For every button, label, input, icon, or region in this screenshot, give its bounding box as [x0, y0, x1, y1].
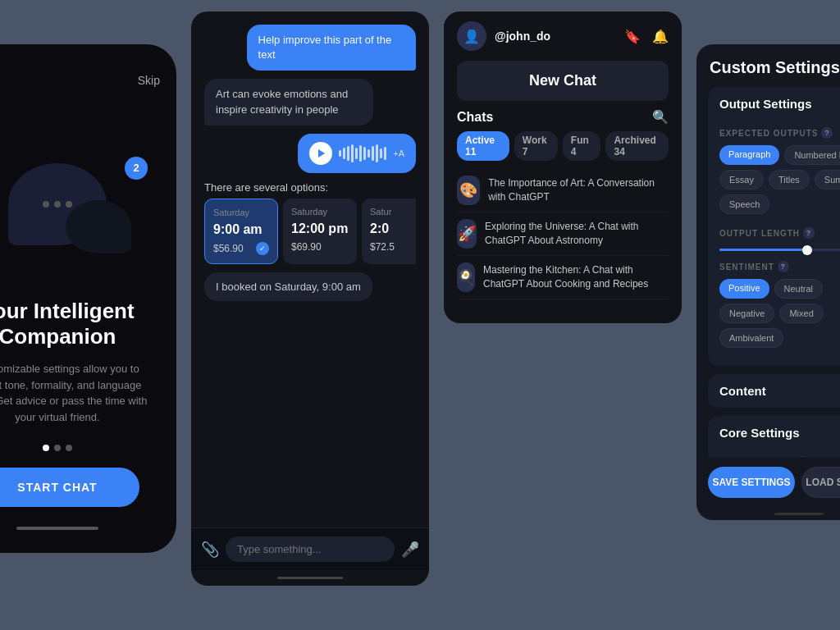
wave-bar	[347, 146, 349, 161]
messages-list: Help improve this part of the text Art c…	[191, 11, 429, 527]
chat-list-item[interactable]: 🚀 Exploring the Universe: A Chat with Ch…	[457, 212, 669, 256]
help-icon-length[interactable]: ?	[803, 227, 815, 239]
dot-indicator-2	[54, 445, 61, 451]
bell-icon[interactable]: 🔔	[652, 29, 669, 44]
chat-avatar-3: 🍳	[457, 262, 475, 292]
load-settings-button[interactable]: LOAD SETTINGS	[801, 467, 840, 498]
custom-settings-screen: Custom Settings × Output Settings ∨ EXPE…	[696, 44, 840, 520]
right-panel: 👤 @john_do 🔖 🔔 New Chat Chats 🔍 Active 1…	[444, 11, 682, 323]
chats-title: Chats	[457, 110, 493, 125]
chats-section: Chats 🔍 Active 11 Work 7 Fun 4 Archived …	[444, 109, 682, 299]
tab-archived[interactable]: Archived 34	[605, 131, 669, 161]
wave-bar	[359, 145, 362, 162]
message-received-1: Art can evoke emotions and inspire creat…	[204, 79, 373, 125]
core-settings-section: Core Settings ∨ TRAINING DATA ? Public S…	[708, 416, 840, 457]
booking-confirmation: I booked on Saturday, 9:00 am	[204, 272, 372, 301]
sentiment-label: SENTIMENT ?	[719, 261, 840, 272]
output-length-row: OUTPUT LENGTH ? 800 char	[719, 221, 840, 245]
chat-input-area: 📎 🎤	[191, 527, 429, 570]
slot-price-2: $69.90	[291, 241, 349, 253]
waveform	[339, 144, 386, 163]
wave-bar	[343, 148, 345, 159]
chats-list-screen: 👤 @john_do 🔖 🔔 New Chat Chats 🔍 Active 1…	[444, 11, 682, 323]
chip-speech[interactable]: Speech	[719, 194, 769, 214]
search-icon[interactable]: 🔍	[652, 109, 669, 125]
output-settings-label: Output Settings	[719, 97, 812, 111]
chip-titles[interactable]: Titles	[769, 170, 810, 189]
slot-price-1: $56.90 ✓	[213, 242, 269, 255]
slot-price-3: $72.5	[370, 241, 416, 253]
settings-title: Custom Settings	[710, 58, 840, 77]
chip-numbered-list[interactable]: Numbered List	[784, 145, 840, 165]
chip-neutral[interactable]: Neutral	[774, 279, 823, 299]
expected-outputs-label: EXPECTED OUTPUTS ?	[719, 127, 840, 139]
output-settings-header[interactable]: Output Settings ∨	[708, 87, 840, 121]
wave-bar	[351, 144, 354, 162]
chat-input[interactable]	[226, 536, 395, 562]
home-bar-4	[774, 513, 824, 515]
slider-thumb[interactable]	[802, 245, 812, 255]
content-section-header[interactable]: Content ∧	[708, 374, 840, 408]
chip-summary[interactable]: Summary	[815, 170, 840, 189]
onboarding-subtitle: Customizable settings allow you to adjus…	[0, 361, 160, 425]
slot-time-3: 2:0	[370, 221, 416, 236]
save-settings-button[interactable]: SAVE SETTINGS	[708, 467, 795, 498]
dot3	[66, 201, 72, 208]
chat-bubbles-illustration: 2	[8, 110, 107, 299]
time-slots[interactable]: Saturday 9:00 am $56.90 ✓ Saturday 12:00…	[204, 199, 416, 264]
time-slot-2[interactable]: Saturday 12:00 pm $69.90	[283, 199, 357, 264]
tab-work[interactable]: Work 7	[514, 131, 558, 161]
chat-list-item[interactable]: 🍳 Mastering the Kitchen: A Chat with Cha…	[457, 256, 669, 299]
new-chat-area[interactable]: New Chat	[457, 61, 669, 101]
slot-time-1: 9:00 am	[213, 222, 269, 237]
dot-indicator-3	[66, 445, 72, 451]
onboarding-title: Your Intelligent Companion	[0, 299, 160, 349]
tab-active[interactable]: Active 11	[457, 131, 509, 161]
time-slot-3[interactable]: Satur 2:0 $72.5	[362, 199, 416, 264]
wave-bar	[376, 144, 378, 162]
dot1	[43, 201, 49, 208]
output-length-slider[interactable]	[719, 249, 840, 251]
help-icon[interactable]: ?	[821, 127, 833, 139]
chats-header: 👤 @john_do 🔖 🔔	[444, 11, 682, 61]
chip-essay[interactable]: Essay	[719, 170, 764, 189]
core-settings-header[interactable]: Core Settings ∨	[708, 416, 840, 450]
time-slot-1[interactable]: Saturday 9:00 am $56.90 ✓	[204, 199, 278, 264]
audio-message[interactable]: +A	[298, 134, 416, 173]
new-chat-label: New Chat	[529, 72, 596, 89]
core-settings-label: Core Settings	[719, 426, 800, 440]
chip-mixed[interactable]: Mixed	[779, 304, 823, 323]
plus-a-label: +A	[393, 148, 404, 158]
help-icon-sentiment[interactable]: ?	[778, 261, 789, 272]
chip-positive[interactable]: Positive	[719, 279, 769, 299]
user-avatar[interactable]: 👤	[457, 21, 486, 51]
wave-bar	[384, 147, 386, 160]
page-dots	[43, 445, 72, 451]
options-text: There are several options:	[204, 181, 416, 194]
header-icons: 🔖 🔔	[624, 29, 669, 44]
chats-section-header: Chats 🔍	[457, 109, 669, 125]
chat-list-item[interactable]: 🎨 The Importance of Art: A Conversation …	[457, 169, 669, 212]
chat-title-3: Mastering the Kitchen: A Chat with ChatG…	[483, 263, 669, 291]
slot-day-1: Saturday	[213, 208, 269, 217]
play-button[interactable]	[309, 142, 332, 165]
content-section: Content ∧	[708, 374, 840, 408]
output-settings-section: Output Settings ∨ EXPECTED OUTPUTS ? Par…	[708, 87, 840, 366]
skip-button[interactable]: Skip	[138, 74, 160, 87]
notification-badge: 2	[125, 157, 148, 180]
content-section-label: Content	[719, 384, 766, 398]
chip-ambivalent[interactable]: Ambivalent	[719, 328, 783, 348]
start-chat-button[interactable]: START CHAT	[0, 468, 139, 507]
chip-negative[interactable]: Negative	[719, 304, 774, 323]
sentiment-chips: Positive Neutral Negative Mixed Ambivale…	[719, 279, 840, 348]
settings-footer: SAVE SETTINGS LOAD SETTINGS	[696, 457, 840, 508]
mic-icon[interactable]: 🎤	[401, 541, 419, 559]
wave-bar	[363, 147, 366, 160]
secondary-bubble	[66, 200, 131, 253]
slot-day-3: Satur	[370, 207, 416, 217]
chat-tabs: Active 11 Work 7 Fun 4 Archived 34	[457, 131, 669, 161]
attach-icon[interactable]: 📎	[201, 541, 219, 559]
chip-paragraph[interactable]: Paragraph	[719, 145, 779, 165]
bookmark-icon[interactable]: 🔖	[624, 29, 641, 44]
tab-fun[interactable]: Fun 4	[563, 131, 601, 161]
